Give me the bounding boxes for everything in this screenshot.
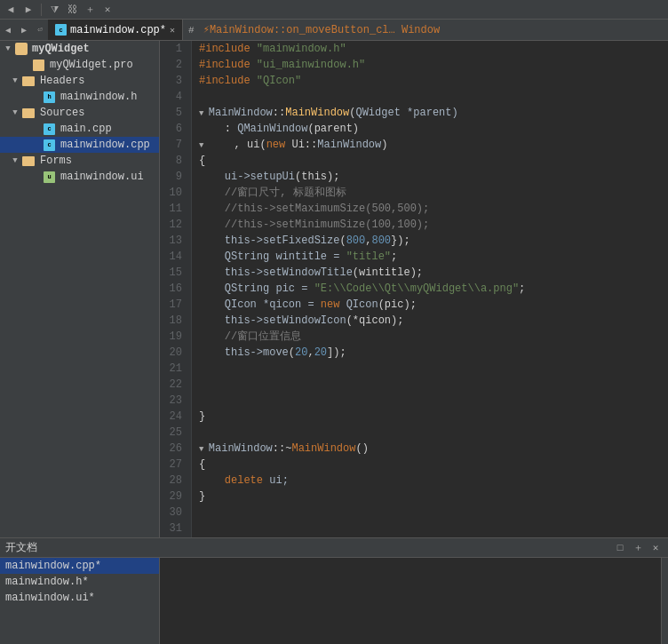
sidebar-item-mainwindow-ui[interactable]: u mainwindow.ui — [0, 169, 159, 185]
code-line-10: //窗口尺寸, 标题和图标 — [199, 185, 668, 201]
sidebar-item-headers[interactable]: ▼ Headers — [0, 73, 159, 89]
line-num-5: 5 — [160, 105, 186, 121]
code-token: () — [355, 442, 368, 455]
code-token: 20 — [314, 346, 327, 359]
code-token: "ui_mainwindow.h" — [257, 59, 365, 71]
main-area: ▼ myQWidget myQWidget.pro ▼ Headers h ma… — [0, 41, 668, 537]
bottom-list-item-2[interactable]: mainwindow.ui* — [0, 590, 159, 606]
code-token: Ui:: — [285, 139, 317, 151]
code-line-18: this->setWindowIcon(*qicon); — [199, 313, 668, 329]
code-line-5: ▼ MainWindow::MainWindow(QWidget *parent… — [199, 105, 668, 121]
code-token: QIcon — [225, 298, 257, 311]
sidebar-item-mainwindow-h[interactable]: h mainwindow.h — [0, 89, 159, 105]
project-icon — [15, 43, 28, 55]
sidebar: ▼ myQWidget myQWidget.pro ▼ Headers h ma… — [0, 41, 160, 537]
code-token: { — [199, 458, 205, 471]
toolbar-forward-btn[interactable]: ▶ — [21, 3, 36, 17]
bottom-panel-close-btn[interactable]: ✕ — [648, 541, 663, 555]
bottom-panel-title: 开文档 — [5, 540, 37, 555]
code-token: QWidget — [355, 107, 400, 119]
toolbar-add-btn[interactable]: ＋ — [83, 3, 97, 17]
fold-arrow-26[interactable]: ▼ — [199, 445, 209, 454]
fold-arrow-5[interactable]: ▼ — [199, 109, 209, 118]
toolbar-x-btn[interactable]: ✕ — [100, 3, 115, 17]
breadcrumb-icon: ⚡ — [203, 23, 210, 36]
line-num-24: 24 — [160, 409, 186, 425]
bottom-toolbar: 开文档 □ ＋ ✕ — [0, 538, 668, 558]
code-token: "E:\\Code\\Qt\\myQWidget\\a.png" — [314, 282, 519, 295]
tab-nav-left[interactable]: ◀ — [0, 20, 16, 40]
bottom-list-item-1[interactable]: mainwindow.h* — [0, 574, 159, 590]
bottom-file-list: mainwindow.cpp*mainwindow.h*mainwindow.u… — [0, 558, 160, 644]
line-num-29: 29 — [160, 489, 186, 505]
h-file-icon: h — [44, 91, 55, 103]
bottom-panel-window-btn[interactable]: □ — [613, 541, 627, 555]
line-num-25: 25 — [160, 425, 186, 441]
code-line-17: QIcon *qicon = new QIcon(pic); — [199, 297, 668, 313]
c-file-icon-main: c — [44, 123, 55, 135]
code-token: #include — [199, 75, 257, 87]
code-line-24: } — [199, 409, 668, 425]
sidebar-item-mainwindow-cpp[interactable]: c mainwindow.cpp — [0, 137, 159, 153]
sidebar-item-label-mainwindow-cpp: mainwindow.cpp — [60, 139, 150, 151]
code-token: ; — [519, 282, 525, 295]
code-token: 800 — [371, 235, 391, 247]
bottom-scrollbar[interactable] — [661, 558, 668, 644]
code-line-19: //窗口位置信息 — [199, 329, 668, 345]
fold-arrow-7[interactable]: ▼ — [199, 141, 209, 150]
code-token: QString — [225, 282, 269, 295]
sources-folder-icon — [22, 108, 35, 118]
sidebar-item-forms[interactable]: ▼ Forms — [0, 153, 159, 169]
bottom-panel: 开文档 □ ＋ ✕ mainwindow.cpp*mainwindow.h*ma… — [0, 537, 668, 644]
toolbar-filter-btn[interactable]: ⧩ — [47, 3, 61, 17]
code-token: ; — [391, 250, 397, 263]
code-line-16: QString pic = "E:\\Code\\Qt\\myQWidget\\… — [199, 281, 668, 297]
code-line-22 — [199, 377, 668, 393]
code-token: 800 — [346, 235, 366, 247]
code-line-25 — [199, 425, 668, 441]
sidebar-item-label-ui: mainwindow.ui — [60, 171, 144, 183]
code-line-2: #include "ui_mainwindow.h" — [199, 57, 668, 73]
code-area[interactable]: #include "mainwindow.h"#include "ui_main… — [192, 41, 668, 537]
tab-close-btn[interactable]: ✕ — [170, 25, 175, 36]
code-token: move — [263, 346, 289, 359]
toolbar-chain-btn[interactable]: ⛓ — [65, 3, 79, 17]
code-token: MainWindow — [285, 107, 349, 119]
line-num-8: 8 — [160, 153, 186, 169]
sidebar-item-pro[interactable]: myQWidget.pro — [0, 57, 159, 73]
tab-nav-right[interactable]: ▶ — [16, 20, 32, 40]
line-num-4: 4 — [160, 89, 186, 105]
bottom-right-area — [160, 558, 661, 644]
code-line-1: #include "mainwindow.h" — [199, 41, 668, 57]
code-token: new — [321, 298, 340, 311]
code-token — [199, 474, 225, 487]
code-line-28: delete ui; — [199, 473, 668, 489]
toolbar-back-btn[interactable]: ◀ — [4, 3, 18, 17]
line-num-28: 28 — [160, 473, 186, 489]
line-num-6: 6 — [160, 121, 186, 137]
code-line-29: } — [199, 489, 668, 505]
code-editor[interactable]: 1234567891011121314151617181920212223242… — [160, 41, 668, 537]
sidebar-project-root[interactable]: ▼ myQWidget — [0, 41, 159, 57]
line-num-19: 19 — [160, 329, 186, 345]
tab-mainwindow-cpp[interactable]: c mainwindow.cpp* ✕ — [48, 20, 183, 40]
bottom-panel-add-btn[interactable]: ＋ — [631, 541, 645, 555]
tab-breadcrumb: ⚡ MainWindow::on_moveButton_cl… Window — [200, 20, 443, 40]
sidebar-item-label-headers: Headers — [40, 75, 84, 87]
c-file-icon-mainwindow: c — [44, 139, 55, 151]
code-token: //this->setMaximumSize(500,500); — [199, 203, 429, 215]
line-num-14: 14 — [160, 249, 186, 265]
code-token: this-> — [199, 235, 263, 247]
sidebar-item-main-cpp[interactable]: c main.cpp — [0, 121, 159, 137]
line-num-15: 15 — [160, 265, 186, 281]
code-token: (parent) — [307, 123, 359, 135]
tab-nav-extra[interactable]: ⏎ — [32, 20, 48, 40]
code-token: ) — [381, 139, 387, 151]
code-token: "title" — [346, 250, 391, 263]
bottom-list-item-0[interactable]: mainwindow.cpp* — [0, 558, 159, 574]
code-token: *parent) — [401, 107, 458, 119]
line-num-2: 2 — [160, 57, 186, 73]
code-token: } — [199, 410, 205, 423]
code-token: delete — [225, 474, 263, 487]
sidebar-item-sources[interactable]: ▼ Sources — [0, 105, 159, 121]
